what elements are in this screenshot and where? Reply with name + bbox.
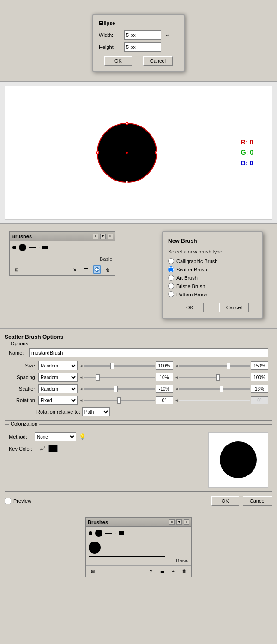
radio-scatter-label: Scatter Brush (176, 267, 207, 272)
brushes-panel-title: Brushes (12, 234, 32, 239)
rotation-val1: 0° (156, 396, 173, 404)
new-brush-cancel-button[interactable]: Cancel (219, 303, 249, 312)
brush-rect[interactable] (42, 246, 48, 249)
panel-close-button[interactable]: × (108, 234, 113, 239)
delete-brush-icon2[interactable]: ✕ (147, 567, 155, 575)
method-dropdown[interactable]: None Tints Tints and Shades Hue Shift (35, 432, 76, 441)
radio-scatter[interactable]: Scatter Brush (168, 266, 257, 272)
panel2-close-button[interactable]: × (184, 519, 189, 525)
radio-calligraphic[interactable]: Calligraphic Brush (168, 258, 257, 264)
size-slider-track2[interactable] (179, 365, 250, 367)
rotation-path-row: Rotation relative to: Path Page (9, 407, 268, 416)
scatter-arrow-right: ◄ (175, 387, 179, 391)
options-group-box: Options Name: Size: Random Fixed Pressur… (5, 344, 272, 421)
preview-checkbox[interactable] (5, 498, 11, 504)
brush2-basic-label: Basic (86, 558, 191, 563)
scatter-slider-thumb2[interactable] (220, 386, 223, 392)
scatter-slider-thumb1[interactable] (114, 386, 118, 392)
spacing-val2: 100% (251, 373, 268, 381)
size-slider-thumb1[interactable] (110, 363, 114, 369)
new-brush-dialog: New Brush Select a new brush type: Calli… (162, 231, 263, 319)
ellipse-ok-button[interactable]: OK (104, 56, 132, 66)
scatter-brush-options-section: Scatter Brush Options Options Name: Size… (0, 328, 277, 510)
size-slider-track[interactable] (84, 365, 155, 367)
brush2-scatter-dot[interactable]: · (114, 530, 116, 536)
spacing-dropdown[interactable]: Random Fixed Pressure (38, 373, 78, 382)
radio-pattern-input[interactable] (168, 291, 174, 297)
spacing-slider-track2[interactable] (179, 377, 250, 378)
rotation-relative-dropdown[interactable]: Path Page (82, 407, 110, 416)
canvas-area: R: 0 G: 0 B: 0 (5, 86, 272, 220)
height-input[interactable] (124, 42, 161, 52)
scatter-dropdown[interactable]: Random Fixed Pressure (38, 384, 78, 393)
scatter-slider-track[interactable] (84, 388, 155, 390)
new-brush-icon[interactable] (93, 265, 101, 274)
new-brush-ok-button[interactable]: OK (176, 303, 204, 312)
size-dropdown[interactable]: Random Fixed Pressure (38, 361, 78, 370)
radio-art-input[interactable] (168, 275, 174, 281)
brush-options-icon[interactable]: ☰ (82, 265, 90, 274)
link-icon[interactable]: ⇔ (163, 30, 172, 40)
brush-small-dot[interactable] (12, 246, 16, 249)
rgb-b-value: B: 0 (241, 158, 253, 168)
brush2-rect[interactable] (119, 531, 124, 535)
scatter-val2: 13% (251, 385, 268, 393)
brush2-small-dot[interactable] (89, 531, 92, 535)
rotation-slider-thumb1[interactable] (117, 397, 121, 404)
eyedropper-icon[interactable]: 🖋 (39, 445, 46, 452)
handle-right[interactable] (155, 152, 157, 154)
spacing-slider-thumb2[interactable] (216, 374, 220, 381)
brush2-dash[interactable] (105, 533, 112, 534)
trash-brush-icon2[interactable]: 🗑 (180, 567, 188, 575)
section-brushes2: Brushes « ▼ × · Basic ⊞ ✕ ☰ + 🗑 (0, 510, 277, 584)
info-icon[interactable]: 💡 (79, 433, 86, 440)
new-brush-lib-icon2[interactable]: ⊞ (89, 567, 97, 575)
brush2-basic-line (89, 556, 165, 557)
trash-brush-icon[interactable]: 🗑 (104, 265, 112, 274)
spacing-slider-track[interactable] (84, 377, 155, 378)
rotation-slider-track[interactable] (84, 400, 155, 401)
size-label: Size: (9, 363, 36, 368)
section-brushes-new: Brushes « ▼ × · Basic ⊞ ✕ ☰ (0, 224, 277, 328)
spacing-row: Spacing: Random Fixed Pressure ◄ 10% ◄ 1… (9, 373, 268, 382)
brush-large-dot[interactable] (89, 542, 101, 554)
radio-art[interactable]: Art Brush (168, 275, 257, 281)
brush2-medium-dot[interactable] (95, 530, 102, 537)
delete-brush-icon[interactable]: ✕ (71, 265, 79, 274)
scatter-slider-track2[interactable] (179, 388, 250, 390)
radio-bristle-input[interactable] (168, 283, 174, 289)
scatter-cancel-button[interactable]: Cancel (243, 496, 272, 506)
brushes-panel-bottom-bar: ⊞ ✕ ☰ 🗑 (10, 264, 115, 275)
brush-medium-dot[interactable] (19, 244, 26, 251)
brush-dash[interactable] (29, 247, 36, 248)
scatter-ok-button[interactable]: OK (211, 496, 239, 506)
brush-options-icon2[interactable]: ☰ (158, 567, 166, 575)
panel2-menu-button[interactable]: ▼ (176, 519, 182, 525)
rotation-arrow-right: ◄ (175, 398, 179, 403)
rotation-dropdown[interactable]: Fixed Random Pressure (38, 396, 78, 405)
radio-bristle[interactable]: Bristle Brush (168, 283, 257, 289)
radio-pattern[interactable]: Pattern Brush (168, 291, 257, 297)
width-input[interactable] (124, 30, 161, 40)
spacing-slider-thumb1[interactable] (96, 374, 100, 381)
name-input[interactable] (29, 348, 268, 357)
panel-menu-button[interactable]: ▼ (100, 234, 106, 239)
new-brush-icon2[interactable]: + (169, 567, 177, 575)
handle-top[interactable] (126, 122, 128, 125)
ellipse-cancel-button[interactable]: Cancel (143, 56, 173, 66)
panel2-collapse-button[interactable]: « (169, 519, 175, 525)
spacing-slider-group: ◄ 10% (79, 373, 173, 381)
key-color-swatch[interactable] (48, 445, 58, 452)
radio-calligraphic-input[interactable] (168, 258, 174, 264)
handle-left[interactable] (96, 152, 99, 154)
radio-scatter-input[interactable] (168, 266, 174, 272)
size-slider-group2: ◄ 150% (175, 361, 269, 370)
size-slider-thumb2[interactable] (227, 363, 230, 369)
handle-bottom[interactable] (126, 181, 128, 183)
new-brush-lib-icon[interactable]: ⊞ (12, 265, 21, 274)
panel-collapse-button[interactable]: « (93, 234, 98, 239)
scatter-arrow-left: ◄ (79, 387, 83, 391)
brush-scatter-dot[interactable]: · (38, 245, 40, 250)
scatter-options-title: Scatter Brush Options (5, 334, 272, 340)
radio-pattern-label: Pattern Brush (176, 292, 207, 297)
